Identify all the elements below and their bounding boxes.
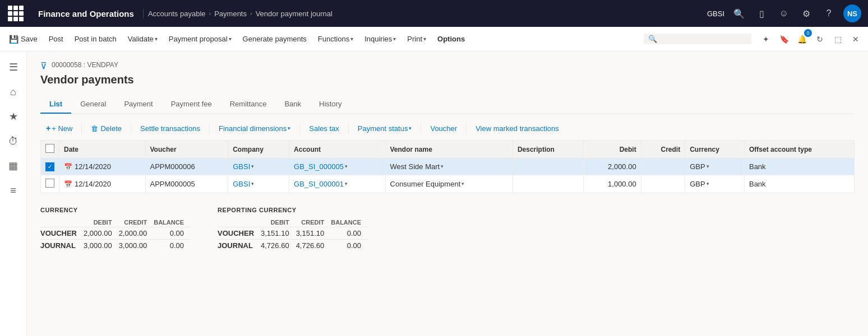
search-icon-top[interactable]: 🔍 — [731, 6, 747, 21]
main-layout: ☰ ⌂ ★ ⏱ ▦ ≡ ⊽ 00000058 : VENDPAY Vendor … — [0, 52, 868, 336]
sidebar-favorites-icon[interactable]: ★ — [2, 105, 25, 128]
breadcrumb-item-3[interactable]: Vendor payment journal — [256, 10, 333, 18]
sidebar-recent-icon[interactable]: ⏱ — [2, 130, 25, 152]
sidebar-workspace-icon[interactable]: ▦ — [2, 155, 25, 177]
save-button[interactable]: 💾 Save — [4, 32, 42, 46]
print-button[interactable]: Print ▾ — [403, 32, 431, 45]
smiley-icon[interactable]: ☺ — [776, 6, 792, 21]
post-in-batch-button[interactable]: Post in batch — [70, 32, 121, 45]
rc-summary-label: JOURNAL — [218, 239, 261, 251]
inquiries-button[interactable]: Inquiries ▾ — [360, 32, 400, 45]
post-button[interactable]: Post — [44, 32, 68, 45]
company-caret[interactable]: ▾ — [251, 181, 254, 186]
toolbar-search[interactable]: 🔍 — [644, 34, 751, 44]
payment-proposal-button[interactable]: Payment proposal ▾ — [164, 32, 236, 45]
tabs-bar: List General Payment Payment fee Remitta… — [40, 95, 855, 114]
voucher-button[interactable]: Voucher — [424, 122, 463, 136]
row-description[interactable] — [513, 158, 583, 175]
col-debit: Debit — [584, 141, 641, 158]
tab-history[interactable]: History — [310, 95, 350, 114]
functions-caret: ▾ — [350, 36, 353, 42]
col-date: Date — [59, 141, 146, 158]
row-currency: GBP ▾ — [685, 158, 745, 175]
search-icon: 🔍 — [648, 35, 657, 43]
breadcrumb-sep-1: › — [209, 10, 211, 17]
select-all-checkbox[interactable] — [45, 144, 54, 153]
tab-payment[interactable]: Payment — [115, 95, 161, 114]
row-company: GBSI ▾ — [228, 175, 289, 193]
avatar[interactable]: NS — [843, 4, 861, 22]
tab-remittance[interactable]: Remittance — [221, 95, 276, 114]
breadcrumb-item-1[interactable]: Accounts payable — [148, 10, 206, 18]
help-icon[interactable]: ? — [821, 6, 837, 21]
delete-button[interactable]: 🗑 Delete — [85, 122, 127, 136]
row-checkbox[interactable]: ✓ — [45, 162, 54, 171]
app-grid-button[interactable] — [7, 4, 25, 22]
breadcrumb-item-2[interactable]: Payments — [214, 10, 247, 18]
badge-icon-area[interactable]: 🔔 0 — [794, 31, 810, 47]
col-company: Company — [228, 141, 289, 158]
account-caret[interactable]: ▾ — [345, 164, 348, 169]
reporting-summary-header: DEBIT CREDIT BALANCE — [218, 218, 368, 227]
payment-status-button[interactable]: Payment status ▾ — [352, 122, 418, 136]
sidebar-menu-icon[interactable]: ☰ — [2, 56, 25, 78]
row-debit: 1,000.00 — [584, 175, 641, 193]
table-row[interactable]: 📅12/14/2020 APPM000005 GBSI ▾ GB_SI_0000… — [41, 175, 855, 193]
notifications-icon[interactable]: ▯ — [754, 6, 769, 21]
tab-bank[interactable]: Bank — [275, 95, 310, 114]
calendar-icon[interactable]: 📅 — [64, 180, 72, 188]
financial-dimensions-button[interactable]: Financial dimensions ▾ — [213, 122, 296, 136]
row-description[interactable] — [513, 175, 583, 193]
functions-button[interactable]: Functions ▾ — [313, 32, 358, 45]
action-sep-3 — [209, 123, 210, 134]
currency-caret[interactable]: ▾ — [707, 181, 709, 186]
filter-icon[interactable]: ⊽ — [40, 60, 47, 71]
top-navigation: Finance and Operations Accounts payable … — [0, 0, 868, 27]
summary-label: VOUCHER — [40, 227, 84, 239]
vendor-caret[interactable]: ▾ — [461, 181, 464, 186]
validate-button[interactable]: Validate ▾ — [123, 32, 162, 45]
col-check[interactable] — [41, 141, 59, 158]
payment-proposal-caret: ▾ — [229, 36, 232, 42]
tab-general[interactable]: General — [71, 95, 115, 114]
generate-payments-button[interactable]: Generate payments — [238, 32, 311, 45]
tab-list[interactable]: List — [40, 95, 71, 114]
new-button[interactable]: + + New — [40, 121, 78, 136]
rc-summary-balance: 0.00 — [331, 227, 368, 239]
close-icon[interactable]: ✕ — [848, 31, 864, 47]
bookmark-icon[interactable]: 🔖 — [776, 31, 792, 47]
calendar-icon[interactable]: 📅 — [64, 163, 72, 171]
settle-transactions-button[interactable]: Settle transactions — [135, 122, 206, 136]
settings-icon[interactable]: ⚙ — [798, 6, 814, 21]
delete-label: Delete — [100, 124, 122, 133]
refresh-icon[interactable]: ↻ — [812, 31, 828, 47]
account-caret[interactable]: ▾ — [345, 181, 348, 186]
row-checkbox-cell[interactable] — [41, 175, 59, 193]
company-label: GBSI — [707, 10, 724, 18]
search-input[interactable] — [657, 35, 747, 43]
main-content: ⊽ 00000058 : VENDPAY Vendor payments Lis… — [27, 52, 868, 336]
pin-icon[interactable]: ✦ — [758, 31, 774, 47]
currency-caret[interactable]: ▾ — [707, 164, 709, 169]
currency-summary-title: CURRENCY — [40, 207, 191, 213]
sidebar-home-icon[interactable]: ⌂ — [2, 81, 25, 103]
sales-tax-button[interactable]: Sales tax — [303, 122, 344, 136]
options-button[interactable]: Options — [433, 32, 469, 45]
summary-row: VOUCHER 2,000.00 2,000.00 0.00 — [40, 227, 191, 239]
summary-credit: 3,000.00 — [119, 239, 154, 251]
action-sep-6 — [421, 123, 421, 134]
top-right-area: GBSI 🔍 ▯ ☺ ⚙ ? NS — [707, 4, 861, 22]
action-sep-1 — [81, 123, 82, 134]
sidebar-modules-icon[interactable]: ≡ — [2, 179, 25, 202]
row-checkbox[interactable] — [45, 179, 54, 188]
open-new-icon[interactable]: ⬚ — [830, 31, 846, 47]
rc-summary-balance: 0.00 — [331, 239, 368, 251]
vendor-caret[interactable]: ▾ — [441, 164, 444, 169]
table-row[interactable]: ✓ 📅12/14/2020 APPM000006 GBSI ▾ GB_SI_00… — [41, 158, 855, 175]
save-icon: 💾 — [9, 35, 19, 44]
row-checkbox-cell[interactable]: ✓ — [41, 158, 59, 175]
summary-label: JOURNAL — [40, 239, 84, 251]
tab-payment-fee[interactable]: Payment fee — [162, 95, 221, 114]
company-caret[interactable]: ▾ — [251, 164, 254, 169]
view-marked-transactions-button[interactable]: View marked transactions — [470, 122, 565, 136]
